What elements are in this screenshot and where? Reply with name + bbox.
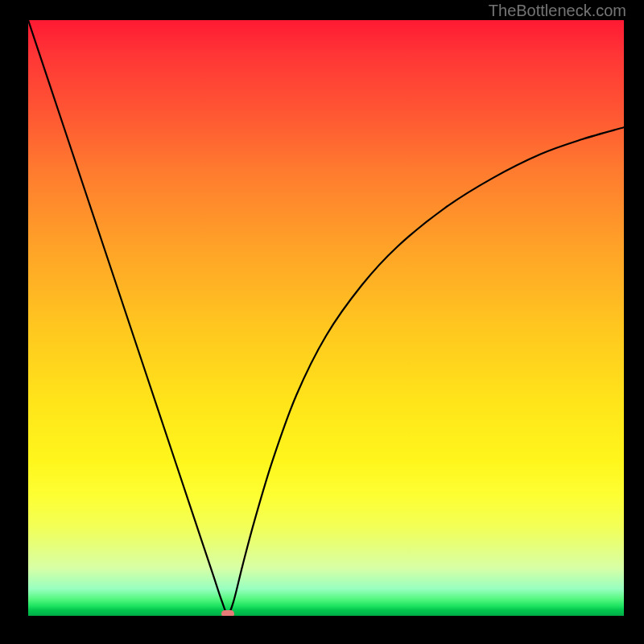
attribution-text: TheBottleneck.com [489,2,626,20]
chart-frame: TheBottleneck.com [0,0,644,644]
plot-area [28,20,624,616]
minimum-marker [221,610,234,616]
bottleneck-curve [28,20,624,616]
